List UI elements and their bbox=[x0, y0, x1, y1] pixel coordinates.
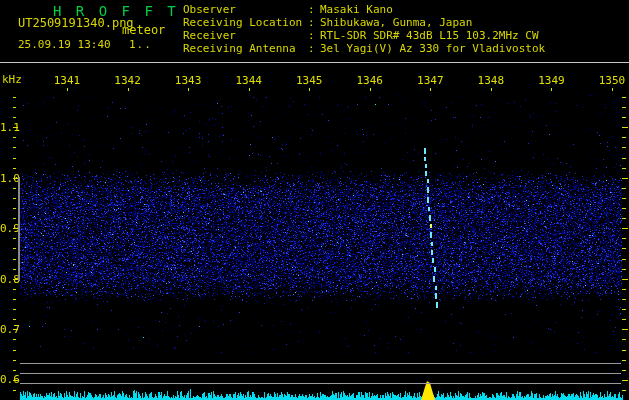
time-tick-label: 1342 bbox=[114, 74, 141, 87]
info-label: Receiving Location bbox=[183, 16, 308, 29]
time-tick-label: 1349 bbox=[538, 74, 565, 87]
time-tick-label: 1344 bbox=[235, 74, 262, 87]
time-tick-label: 1346 bbox=[357, 74, 384, 87]
info-sep: : bbox=[308, 42, 320, 55]
info-label: Receiving Antenna bbox=[183, 42, 308, 55]
output-filename: UT2509191340.png bbox=[18, 17, 134, 29]
info-value: Shibukawa, Gunma, Japan bbox=[320, 16, 472, 29]
freq-tick-label: 0.8 bbox=[0, 273, 17, 286]
info-sep: : bbox=[308, 29, 320, 42]
time-tick-label: 1347 bbox=[417, 74, 444, 87]
freq-tick-label: 1.1 bbox=[0, 121, 17, 134]
time-tick-label: 1345 bbox=[296, 74, 323, 87]
datetime-text: 25.09.19 13:40 bbox=[18, 39, 111, 50]
info-sep: : bbox=[308, 16, 320, 29]
level-line bbox=[20, 373, 621, 374]
info-value: RTL-SDR SDR# 43dB L15 103.2MHz CW bbox=[320, 29, 539, 42]
info-label: Observer bbox=[183, 3, 308, 16]
observation-label: meteor bbox=[122, 24, 165, 36]
info-row: Receiving Location:Shibukawa, Gunma, Jap… bbox=[183, 16, 545, 29]
info-label: Receiver bbox=[183, 29, 308, 42]
info-value: 3el Yagi(V) Az 330 for Vladivostok bbox=[320, 42, 545, 55]
receiver-info-block: Observer:Masaki KanoReceiving Location:S… bbox=[183, 3, 545, 55]
info-row: Observer:Masaki Kano bbox=[183, 3, 545, 16]
info-sep: : bbox=[308, 3, 320, 16]
info-value: Masaki Kano bbox=[320, 3, 393, 16]
band-indicator-bar bbox=[18, 177, 20, 281]
level-line bbox=[20, 383, 621, 384]
spectrogram-canvas bbox=[0, 0, 629, 400]
time-tick-label: 1343 bbox=[175, 74, 202, 87]
freq-tick-label: 1.0 bbox=[0, 172, 17, 185]
counter-text: 1.. bbox=[129, 39, 152, 50]
time-tick-label: 1341 bbox=[54, 74, 81, 87]
info-row: Receiver:RTL-SDR SDR# 43dB L15 103.2MHz … bbox=[183, 29, 545, 42]
info-row: Receiving Antenna:3el Yagi(V) Az 330 for… bbox=[183, 42, 545, 55]
level-line bbox=[20, 363, 621, 364]
freq-tick-label: 0.9 bbox=[0, 222, 17, 235]
freq-unit-label: kHz bbox=[2, 74, 22, 85]
freq-tick-label: 0.7 bbox=[0, 323, 17, 336]
time-tick-label: 1350 bbox=[599, 74, 626, 87]
freq-tick-label: 0.6 bbox=[0, 373, 17, 386]
time-tick-label: 1348 bbox=[478, 74, 505, 87]
hrofft-screen: H R O F F T UT2509191340.png meteor 25.0… bbox=[0, 0, 629, 400]
header-divider bbox=[0, 62, 629, 63]
